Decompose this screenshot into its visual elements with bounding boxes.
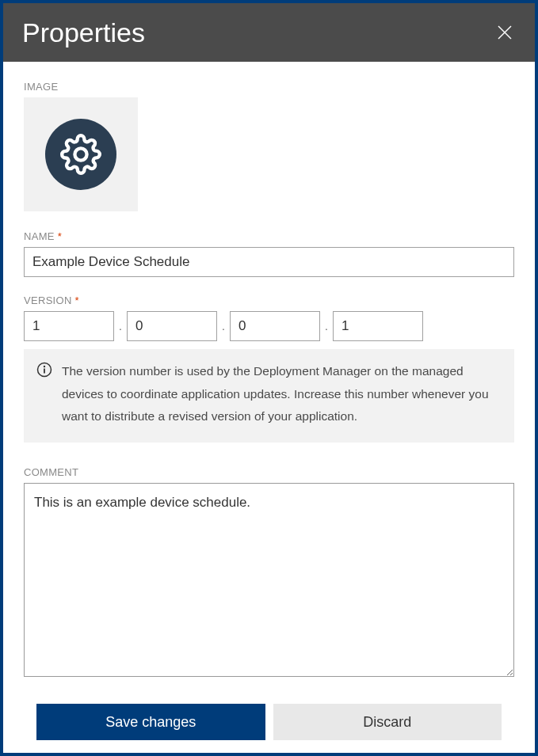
panel-content: IMAGE NAME * VERSION *: [3, 62, 535, 704]
version-info-text: The version number is used by the Deploy…: [62, 360, 502, 428]
version-separator: .: [222, 320, 225, 332]
discard-button[interactable]: Discard: [273, 704, 502, 740]
button-row: Save changes Discard: [3, 704, 535, 753]
version-required-indicator: *: [75, 294, 79, 306]
version-input-build[interactable]: [333, 311, 423, 341]
name-required-indicator: *: [58, 230, 62, 242]
version-info-box: The version number is used by the Deploy…: [24, 349, 514, 443]
version-label-text: VERSION: [24, 294, 72, 306]
gear-icon-circle: [45, 119, 116, 190]
properties-panel: Properties IMAGE NAME *: [0, 0, 538, 756]
version-label: VERSION *: [24, 294, 514, 306]
version-input-major[interactable]: [24, 311, 114, 341]
close-button[interactable]: [494, 21, 516, 44]
name-label-text: NAME: [24, 230, 55, 242]
comment-field-group: COMMENT: [24, 466, 514, 677]
version-inputs-row: . . .: [24, 311, 514, 341]
image-label: IMAGE: [24, 81, 514, 93]
name-label: NAME *: [24, 230, 514, 242]
name-input[interactable]: [24, 247, 514, 277]
version-input-patch[interactable]: [230, 311, 320, 341]
name-field-group: NAME *: [24, 230, 514, 277]
gear-icon: [60, 134, 101, 175]
close-icon: [498, 25, 512, 40]
version-separator: .: [325, 320, 328, 332]
version-separator: .: [119, 320, 122, 332]
panel-title: Properties: [22, 17, 145, 48]
svg-rect-4: [44, 369, 45, 374]
panel-header: Properties: [3, 3, 535, 62]
info-icon: [36, 362, 52, 378]
svg-point-3: [44, 366, 45, 367]
version-field-group: VERSION * . . . T: [24, 294, 514, 466]
version-input-minor[interactable]: [127, 311, 217, 341]
comment-textarea[interactable]: [24, 483, 514, 677]
image-preview[interactable]: [24, 97, 138, 211]
comment-label: COMMENT: [24, 466, 514, 478]
save-button[interactable]: Save changes: [36, 704, 265, 740]
